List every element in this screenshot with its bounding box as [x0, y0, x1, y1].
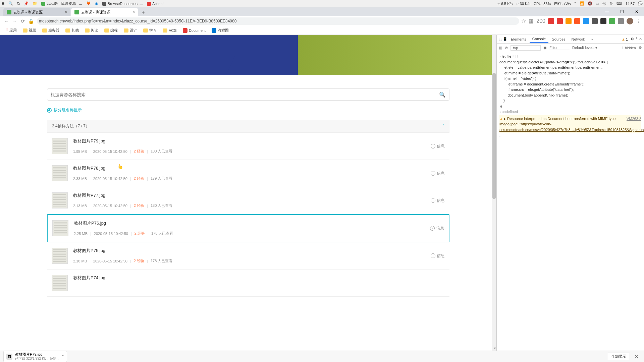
console-output[interactable]: › let file = []; document.querySelectorA… — [497, 52, 644, 351]
lock-icon[interactable]: 🔒 — [27, 17, 35, 25]
ext-badge[interactable]: 200 — [536, 18, 545, 24]
show-all-downloads[interactable]: 全部显示 — [608, 353, 630, 360]
group-toggle[interactable]: 按分组名称显示 — [47, 107, 449, 113]
devtools-menu-icon[interactable]: ⋮ — [635, 37, 638, 41]
tab-network[interactable]: Network — [569, 36, 588, 43]
scroll-down-icon[interactable]: ▾ — [493, 346, 496, 351]
bookmark-folder[interactable]: 阅读 — [83, 27, 100, 34]
resource-item[interactable]: 教材图片P77.jpg 2.13 MB| 2020-05-15 10:42:50… — [47, 187, 449, 214]
group-header[interactable]: 3.4抽样方法（7 / 7） ˄ — [47, 120, 449, 133]
volume-icon[interactable]: 🔇 — [588, 1, 592, 6]
close-icon[interactable]: × — [65, 10, 67, 14]
chevron-up-icon[interactable]: ˄ — [442, 124, 444, 128]
warning-source[interactable]: VM263:8 — [627, 116, 641, 122]
context-selector[interactable]: top — [511, 45, 541, 51]
inspect-icon[interactable]: ⬚ — [499, 37, 502, 41]
info-button[interactable]: i信息 — [431, 198, 445, 203]
wifi-icon[interactable]: 📶 — [580, 1, 584, 6]
bookmark-folder[interactable]: 服务器 — [40, 27, 61, 34]
forward-button[interactable]: → — [11, 17, 19, 25]
search-input[interactable] — [51, 92, 439, 97]
maximize-button[interactable]: ☐ — [614, 7, 629, 16]
device-icon[interactable]: 📱 — [503, 37, 507, 41]
bookmark-folder[interactable]: ACG — [161, 28, 179, 33]
start-icon[interactable]: ⊞ — [1, 1, 4, 6]
clock[interactable]: 14:57 — [625, 2, 635, 6]
url-input[interactable] — [37, 17, 519, 25]
search-icon[interactable]: 🔍 — [439, 92, 446, 98]
notifications-icon[interactable]: 💬 — [638, 1, 643, 6]
bookmark-folder[interactable]: 编程 — [102, 27, 120, 34]
keyboard-icon[interactable]: ⌨ — [616, 1, 622, 6]
browser-tab-1[interactable]: 云班课 - 班课资源 × — [3, 8, 70, 16]
browser-tab-2[interactable]: 云班课 - 班课资源 × — [71, 8, 138, 16]
scrollbar-thumb[interactable] — [492, 73, 496, 199]
console-settings-icon[interactable]: ⚙ — [639, 46, 642, 50]
extension-icon[interactable] — [574, 18, 580, 24]
ime-icon[interactable]: ㊥ — [602, 1, 606, 6]
resource-item[interactable]: 教材图片P75.jpg 2.18 MB| 2020-05-15 10:42:50… — [47, 242, 449, 269]
resource-item[interactable]: 教材图片P79.jpg 1.95 MB| 2020-05-15 10:42:50… — [47, 133, 449, 160]
settings-icon[interactable]: ⚙ — [631, 37, 634, 41]
extension-icon[interactable] — [600, 18, 606, 24]
download-item[interactable]: 🖼 教材图片P79.jpg 已下载 320/1,992 KB，还需... ˄ — [3, 351, 67, 362]
back-button[interactable]: ← — [3, 17, 11, 25]
info-button[interactable]: i信息 — [431, 171, 445, 176]
clear-console-icon[interactable]: ⊘ — [505, 46, 508, 50]
log-levels[interactable]: Default levels ▾ — [572, 46, 597, 50]
warning-url[interactable]: https://private-cdn-oss.mosoteach.cn/mss… — [499, 122, 644, 132]
warning-count[interactable]: ▲1 — [622, 37, 628, 41]
info-button[interactable]: i信息 — [431, 143, 445, 149]
battery-icon[interactable]: ▭ — [596, 1, 599, 6]
live-expression-icon[interactable]: ◉ — [543, 46, 547, 50]
bookmark-folder[interactable]: 视频 — [21, 27, 38, 34]
star-icon[interactable]: ☆ — [521, 18, 526, 24]
menu-icon[interactable]: ⋮ — [636, 18, 641, 24]
extension-icon[interactable] — [557, 18, 563, 24]
extension-icon[interactable] — [618, 18, 624, 24]
minimize-button[interactable]: — — [600, 7, 614, 16]
close-window-button[interactable]: ✕ — [629, 7, 644, 16]
extension-icon[interactable] — [548, 18, 554, 24]
ime-lang[interactable]: 英 — [609, 1, 613, 6]
info-button[interactable]: i信息 — [430, 226, 444, 231]
taskbar-app-2[interactable]: BrowseResources -... — [102, 2, 143, 6]
taskbar-app-1[interactable]: 云班课 - 班课资源 - ... — [41, 1, 82, 6]
pin-icon[interactable]: 📌 — [24, 1, 29, 6]
qr-icon[interactable]: ▦ — [529, 18, 534, 24]
firefox-icon[interactable]: 🦊 — [86, 1, 91, 6]
filter-input[interactable] — [549, 46, 570, 50]
bookmark-folder[interactable]: 设计 — [122, 27, 139, 34]
apps-button[interactable]: ⠿应用 — [3, 27, 19, 34]
hidden-count[interactable]: 1 hidden — [622, 46, 636, 50]
extension-icon[interactable] — [609, 18, 615, 24]
close-icon[interactable]: ✕ — [633, 354, 641, 359]
resource-item[interactable]: 教材图片P76.jpg 2.25 MB| 2020-05-15 10:42:50… — [47, 214, 449, 242]
resource-item[interactable]: 教材图片P78.jpg 2.33 MB| 2020-05-15 10:42:50… — [47, 160, 449, 187]
reload-button[interactable]: ⟳ — [19, 17, 27, 25]
extension-icon[interactable] — [566, 18, 572, 24]
console-sidebar-icon[interactable]: ▥ — [499, 46, 502, 50]
tab-sources[interactable]: Sources — [549, 36, 568, 43]
bookmark-folder[interactable]: 学习 — [141, 27, 159, 34]
bookmark-item[interactable]: 流程图 — [210, 27, 231, 34]
close-icon[interactable]: × — [132, 10, 135, 14]
extension-icon[interactable] — [583, 18, 589, 24]
bookmark-item[interactable]: Document — [181, 27, 208, 34]
tab-more[interactable]: » — [588, 36, 596, 43]
explorer-icon[interactable]: 📁 — [33, 1, 37, 6]
profile-avatar[interactable] — [627, 18, 633, 24]
scrollbar[interactable] — [492, 35, 496, 351]
edge-icon[interactable]: ◉ — [95, 1, 98, 6]
resource-search[interactable]: 🔍 — [47, 88, 449, 101]
taskbar-app-3[interactable]: Action! — [147, 2, 164, 6]
search-icon[interactable]: 🔍 — [8, 1, 13, 6]
extension-icon[interactable] — [592, 18, 598, 24]
info-button[interactable]: i信息 — [431, 253, 445, 259]
bookmark-folder[interactable]: 其他 — [63, 27, 81, 34]
devtools-close-icon[interactable]: ✕ — [639, 37, 642, 41]
tray-chevron-icon[interactable]: ˄ — [574, 1, 576, 6]
tab-console[interactable]: Console — [530, 36, 548, 43]
new-tab-button[interactable]: + — [139, 9, 148, 16]
task-view-icon[interactable]: ⧉ — [17, 1, 20, 6]
